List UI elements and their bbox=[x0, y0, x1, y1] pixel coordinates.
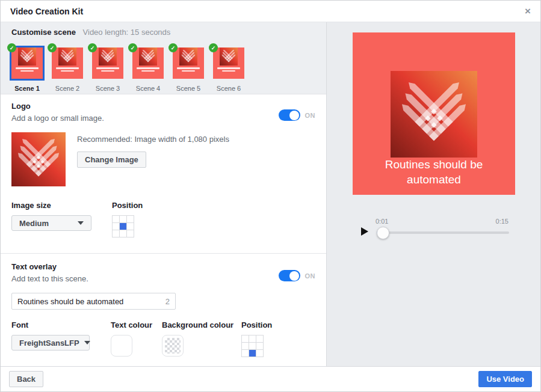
overlay-text-counter: 2 bbox=[165, 297, 170, 306]
text-overlay-toggle-state: ON bbox=[305, 272, 316, 280]
text-overlay-toggle[interactable] bbox=[279, 270, 300, 281]
font-dropdown[interactable]: FreightSansLFP bbox=[11, 335, 90, 351]
background-colour-swatch[interactable] bbox=[162, 335, 184, 357]
logo-section: Logo Add a logo or small image. ON Recom… bbox=[1, 94, 326, 253]
seek-thumb[interactable] bbox=[377, 227, 389, 239]
scene-label: Scene 6 bbox=[213, 85, 244, 92]
scene-thumbnail-4[interactable]: ✓ Scene 4 bbox=[132, 44, 164, 92]
scene-logo-image bbox=[99, 47, 117, 66]
scene-thumbnail-3[interactable]: ✓ Scene 3 bbox=[92, 44, 123, 92]
video-preview: Routines should be automated bbox=[353, 32, 515, 195]
scene-logo-image bbox=[58, 47, 76, 66]
recommended-size-text: Recommended: Image width of 1,080 pixels bbox=[77, 135, 229, 144]
toggle-knob-icon bbox=[289, 271, 299, 281]
back-button[interactable]: Back bbox=[9, 371, 43, 387]
logo-position-selected-cell[interactable] bbox=[120, 223, 126, 230]
close-icon[interactable]: × bbox=[525, 6, 531, 16]
logo-position-label: Position bbox=[112, 201, 143, 210]
check-icon: ✓ bbox=[128, 43, 137, 52]
check-icon: ✓ bbox=[209, 43, 218, 52]
check-icon: ✓ bbox=[48, 43, 57, 52]
logo-section-title: Logo bbox=[11, 102, 104, 111]
caret-down-icon bbox=[84, 341, 90, 345]
scene-label: Scene 1 bbox=[11, 85, 43, 92]
modal-footer: Back Use Video bbox=[1, 366, 540, 391]
image-size-label: Image size bbox=[11, 201, 91, 210]
scene-label: Scene 5 bbox=[173, 85, 204, 92]
font-value: FreightSansLFP bbox=[19, 338, 79, 348]
modal-title: Video Creation Kit bbox=[10, 7, 83, 16]
scene-label: Scene 2 bbox=[52, 85, 83, 92]
text-overlay-title: Text overlay bbox=[11, 262, 88, 271]
scene-label: Scene 4 bbox=[132, 85, 164, 92]
play-icon[interactable] bbox=[361, 227, 368, 236]
left-panel: Customise scene Video length: 15 seconds… bbox=[1, 22, 327, 366]
image-size-dropdown[interactable]: Medium bbox=[11, 215, 91, 231]
preview-overlay-text: Routines should be automated bbox=[369, 157, 498, 187]
background-colour-label: Background colour bbox=[162, 320, 241, 329]
text-position-label: Position bbox=[241, 320, 272, 329]
scene-thumbnail-2[interactable]: ✓ Scene 2 bbox=[52, 44, 83, 92]
overlay-text-field-wrap: 2 bbox=[11, 293, 176, 310]
text-colour-swatch[interactable] bbox=[111, 335, 132, 357]
overlay-text-input[interactable] bbox=[17, 297, 162, 306]
scene-strip: Customise scene Video length: 15 seconds… bbox=[1, 22, 326, 94]
current-time: 0:01 bbox=[376, 218, 388, 225]
font-label: Font bbox=[11, 320, 111, 329]
toggle-knob-icon bbox=[289, 111, 299, 120]
preview-logo-image bbox=[391, 71, 477, 158]
text-position-grid[interactable] bbox=[241, 335, 264, 357]
scene-thumbnail-6[interactable]: ✓ Scene 6 bbox=[213, 44, 244, 92]
caret-down-icon bbox=[78, 221, 84, 225]
scene-logo-image bbox=[18, 47, 36, 66]
modal-header: Video Creation Kit × bbox=[1, 1, 540, 22]
logo-toggle[interactable] bbox=[279, 109, 300, 121]
video-creation-kit-modal: Video Creation Kit × Customise scene Vid… bbox=[0, 0, 541, 392]
scene-thumbnail-1[interactable]: ✓ Scene 1 bbox=[11, 44, 43, 92]
scene-logo-image bbox=[179, 47, 197, 66]
text-colour-label: Text colour bbox=[111, 320, 162, 329]
check-icon: ✓ bbox=[7, 43, 16, 52]
use-video-button[interactable]: Use Video bbox=[478, 371, 532, 387]
scene-logo-image bbox=[139, 47, 157, 66]
scene-label: Scene 3 bbox=[92, 85, 123, 92]
text-overlay-subtitle: Add text to this scene. bbox=[11, 274, 88, 283]
check-icon: ✓ bbox=[168, 43, 178, 52]
scene-logo-image bbox=[220, 47, 238, 66]
preview-panel: Routines should be automated 0:01 0:15 bbox=[327, 22, 540, 366]
total-time: 0:15 bbox=[496, 218, 509, 225]
logo-image bbox=[11, 132, 66, 186]
change-image-button[interactable]: Change Image bbox=[77, 152, 146, 168]
customise-scene-heading: Customise scene bbox=[11, 28, 76, 37]
text-overlay-section: Text overlay Add text to this scene. ON … bbox=[1, 253, 326, 369]
logo-toggle-state: ON bbox=[305, 112, 316, 119]
image-size-value: Medium bbox=[19, 219, 49, 228]
scene-thumbnails: ✓ Scene 1 ✓ Scene 2 bbox=[11, 44, 326, 92]
seek-bar[interactable] bbox=[377, 231, 509, 234]
text-position-selected-cell[interactable] bbox=[249, 350, 256, 357]
check-icon: ✓ bbox=[88, 43, 97, 52]
video-length-label: Video length: 15 seconds bbox=[83, 28, 171, 37]
logo-position-grid[interactable] bbox=[112, 215, 134, 237]
scene-thumbnail-5[interactable]: ✓ Scene 5 bbox=[173, 44, 204, 92]
logo-section-subtitle: Add a logo or small image. bbox=[11, 114, 104, 123]
